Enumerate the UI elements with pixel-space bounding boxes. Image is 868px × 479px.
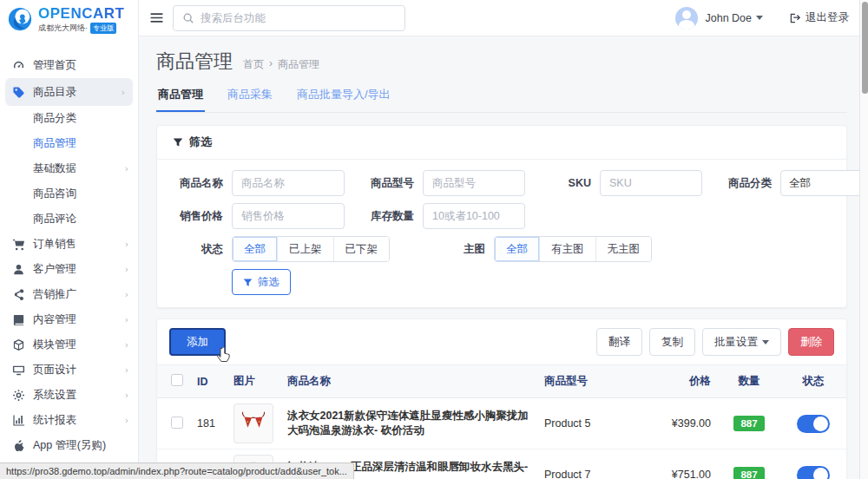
sidebar-item-page-design[interactable]: 页面设计 › <box>0 358 138 383</box>
sidebar: OPENCART 成都光大网络· 专业版 管理首页 商品目录 › 商品分类 <box>0 0 139 479</box>
funnel-icon <box>173 137 183 148</box>
copy-button[interactable]: 复制 <box>649 328 695 356</box>
product-model: Product 5 <box>537 398 635 449</box>
product-model: Product 7 <box>537 449 635 479</box>
image-all-option[interactable]: 全部 <box>495 237 540 261</box>
add-product-button[interactable]: 添加 <box>169 328 226 356</box>
select-all-checkbox[interactable] <box>171 374 183 386</box>
batch-settings-button[interactable]: 批量设置 <box>702 328 781 356</box>
header-status[interactable]: 状态 <box>780 365 846 398</box>
sale-price-input[interactable] <box>232 203 345 229</box>
chevron-right-icon: › <box>123 415 129 426</box>
edition-badge: 专业版 <box>90 23 116 34</box>
status-toggle[interactable] <box>797 415 830 433</box>
row-checkbox[interactable] <box>171 417 183 429</box>
translate-button[interactable]: 翻译 <box>596 328 642 356</box>
sidebar-item-base-data[interactable]: 基础数据 › <box>0 156 138 181</box>
brand-subtitle: 成都光大网络· <box>38 23 88 34</box>
category-select[interactable]: 全部 <box>780 170 868 196</box>
header-image: 图片 <box>227 365 280 398</box>
status-url-tooltip: https://pro38.gdemo.top/admin/index.php?… <box>0 463 354 479</box>
tab-batch-import-export[interactable]: 商品批量导入/导出 <box>295 87 392 112</box>
delete-button[interactable]: 删除 <box>788 328 834 356</box>
apply-filter-button[interactable]: 筛选 <box>232 269 291 295</box>
quantity-badge: 887 <box>733 467 764 479</box>
breadcrumb-current: 商品管理 <box>278 57 319 72</box>
sidebar-item-reports[interactable]: 统计报表 › <box>0 408 138 433</box>
avatar[interactable] <box>675 7 698 30</box>
book-icon <box>12 313 25 326</box>
header-price[interactable]: 价格 <box>635 365 718 398</box>
sidebar-item-modules[interactable]: 模块管理 › <box>0 332 138 358</box>
category-label: 商品分类 <box>721 176 772 191</box>
logout-button[interactable]: 退出登录 <box>789 10 849 25</box>
status-unlisted-option[interactable]: 已下架 <box>334 237 390 261</box>
user-icon <box>12 263 25 276</box>
scrollbar-thumb[interactable] <box>862 2 868 94</box>
tab-product-management[interactable]: 商品管理 <box>156 87 205 112</box>
tab-product-collection[interactable]: 商品采集 <box>226 87 274 112</box>
sidebar-item-product-category[interactable]: 商品分类 <box>0 106 138 131</box>
image-without-option[interactable]: 无主图 <box>596 237 652 261</box>
chevron-right-icon: › <box>123 239 129 250</box>
header-model[interactable]: 商品型号 <box>537 365 635 398</box>
list-toolbar: 添加 翻译 复制 批量设置 删除 <box>157 319 846 364</box>
product-name-input[interactable] <box>232 170 345 196</box>
status-listed-option[interactable]: 已上架 <box>278 237 334 261</box>
brand-name: OPENCART <box>38 6 124 21</box>
image-segment-group: 全部 有主图 无主图 <box>494 236 652 262</box>
quantity-badge: 887 <box>733 416 764 431</box>
search-icon <box>182 12 194 24</box>
chevron-right-icon: › <box>123 390 129 401</box>
sidebar-item-app-management[interactable]: App 管理(另购) <box>0 433 138 458</box>
header-id[interactable]: ID <box>190 365 227 398</box>
product-id: 181 <box>190 398 227 449</box>
sidebar-item-product-inquiry[interactable]: 商品咨询 <box>0 181 138 207</box>
funnel-icon <box>243 278 253 287</box>
share-icon <box>12 288 25 301</box>
header-qty[interactable]: 数量 <box>718 365 780 398</box>
dashboard-icon <box>12 59 25 72</box>
chevron-right-icon: › <box>123 314 129 325</box>
monitor-icon <box>12 364 25 377</box>
chevron-right-icon: › <box>123 163 129 174</box>
sidebar-item-product-management[interactable]: 商品管理 <box>0 131 138 156</box>
status-all-option[interactable]: 全部 <box>233 237 278 261</box>
sidebar-item-catalog[interactable]: 商品目录 › <box>5 78 133 106</box>
status-label: 状态 <box>173 242 223 257</box>
sidebar-item-dashboard[interactable]: 管理首页 <box>0 53 138 78</box>
user-menu[interactable]: John Doe <box>705 12 763 24</box>
chevron-right-icon: › <box>123 289 129 300</box>
cart-icon <box>12 238 25 251</box>
sku-input[interactable] <box>600 170 702 196</box>
product-list-panel: 添加 翻译 复制 批量设置 删除 <box>156 318 847 479</box>
sidebar-item-marketing[interactable]: 营销推广 › <box>0 282 138 307</box>
admin-search[interactable] <box>173 5 405 31</box>
image-with-option[interactable]: 有主图 <box>540 237 596 261</box>
sidebar-item-content[interactable]: 内容管理 › <box>0 307 138 332</box>
sidebar-item-product-reviews[interactable]: 商品评论 <box>0 207 138 232</box>
sidebar-item-customers[interactable]: 客户管理 › <box>0 257 138 282</box>
sku-label: SKU <box>551 177 591 189</box>
sidebar-item-system-settings[interactable]: 系统设置 › <box>0 383 138 408</box>
menu-toggle-icon[interactable] <box>149 10 164 25</box>
header-name[interactable]: 商品名称 <box>280 365 537 398</box>
bikini-thumbnail <box>233 404 273 443</box>
product-price: ¥399.00 <box>635 398 718 449</box>
breadcrumb-home[interactable]: 首页 <box>243 57 264 72</box>
status-segment-group: 全部 已上架 已下架 <box>232 236 390 262</box>
sidebar-nav: 管理首页 商品目录 › 商品分类 商品管理 基础数据 › 商品咨询 商品评论 <box>0 39 138 479</box>
chevron-down-icon <box>756 16 763 20</box>
apple-icon <box>12 439 25 452</box>
product-price: ¥751.00 <box>635 449 718 479</box>
brand-logo[interactable]: OPENCART 成都光大网络· 专业版 <box>0 0 138 39</box>
stock-qty-input[interactable] <box>423 203 525 229</box>
status-toggle[interactable] <box>797 466 830 479</box>
table-header-row: ID 图片 商品名称 商品型号 价格 数量 状态 <box>157 365 846 398</box>
product-name[interactable]: 泳衣女2021新款保守连体遮肚显瘦性感小胸聚拢加大码泡温泉游泳衣- 砍价活动 <box>280 398 537 449</box>
product-model-input[interactable] <box>423 170 525 196</box>
search-input[interactable] <box>201 12 396 24</box>
sidebar-item-orders[interactable]: 订单销售 › <box>0 232 138 257</box>
bar-chart-icon <box>12 414 25 427</box>
main-image-label: 主图 <box>435 242 485 257</box>
